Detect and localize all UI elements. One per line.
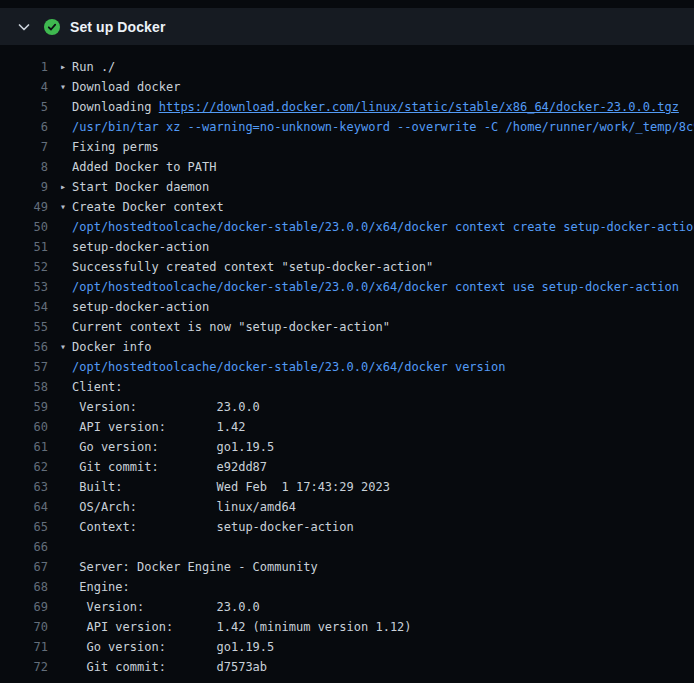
line-number[interactable]: 67 — [0, 557, 48, 577]
log-plain-text: Client: — [72, 380, 123, 394]
log-line[interactable]: 56▾Docker info — [0, 337, 694, 357]
arrow-spacer — [60, 657, 72, 677]
log-command-text: /opt/hostedtoolcache/docker-stable/23.0.… — [72, 220, 694, 234]
line-number[interactable]: 50 — [0, 217, 48, 237]
line-number[interactable]: 63 — [0, 477, 48, 497]
log-line: 54setup-docker-action — [0, 297, 694, 317]
arrow-spacer — [60, 417, 72, 437]
line-number[interactable]: 5 — [0, 97, 48, 117]
log-plain-text: Git commit: e92dd87 — [72, 460, 267, 474]
line-number[interactable]: 1 — [0, 57, 48, 77]
line-number[interactable]: 58 — [0, 377, 48, 397]
log-line: 70 API version: 1.42 (minimum version 1.… — [0, 617, 694, 637]
line-number[interactable]: 66 — [0, 537, 48, 557]
log-plain-text: setup-docker-action — [72, 300, 209, 314]
triangle-right-icon[interactable]: ▸ — [60, 177, 72, 197]
line-number[interactable]: 70 — [0, 617, 48, 637]
line-number[interactable]: 59 — [0, 397, 48, 417]
log-plain-text: Start Docker daemon — [72, 180, 209, 194]
log-text: Git commit: e92dd87 — [72, 457, 694, 477]
arrow-spacer — [60, 457, 72, 477]
line-number[interactable]: 60 — [0, 417, 48, 437]
arrow-spacer — [60, 397, 72, 417]
log-line: 63 Built: Wed Feb 1 17:43:29 2023 — [0, 477, 694, 497]
line-number[interactable]: 69 — [0, 597, 48, 617]
log-line: 68 Engine: — [0, 577, 694, 597]
log-text: OS/Arch: linux/amd64 — [72, 497, 694, 517]
log-line[interactable]: 1▸Run ./ — [0, 57, 694, 77]
line-number[interactable]: 56 — [0, 337, 48, 357]
line-number[interactable]: 8 — [0, 157, 48, 177]
line-number[interactable]: 7 — [0, 137, 48, 157]
log-link[interactable]: https://download.docker.com/linux/static… — [159, 100, 679, 114]
line-number[interactable]: 6 — [0, 117, 48, 137]
log-text: Context: setup-docker-action — [72, 517, 694, 537]
line-number[interactable]: 49 — [0, 197, 48, 217]
log-plain-text: Built: Wed Feb 1 17:43:29 2023 — [72, 480, 390, 494]
log-plain-text: API version: 1.42 — [72, 420, 245, 434]
triangle-down-icon[interactable]: ▾ — [60, 197, 72, 217]
log-text: setup-docker-action — [72, 297, 694, 317]
log-text: Server: Docker Engine - Community — [72, 557, 694, 577]
step-header[interactable]: Set up Docker — [0, 8, 694, 45]
arrow-spacer — [60, 537, 72, 557]
line-number[interactable]: 53 — [0, 277, 48, 297]
log-line: 62 Git commit: e92dd87 — [0, 457, 694, 477]
log-line: 7Fixing perms — [0, 137, 694, 157]
log-command-text: /opt/hostedtoolcache/docker-stable/23.0.… — [72, 360, 505, 374]
line-number[interactable]: 65 — [0, 517, 48, 537]
log-plain-text: Docker info — [72, 340, 151, 354]
log-line: 52Successfully created context "setup-do… — [0, 257, 694, 277]
log-plain-text: Engine: — [72, 580, 130, 594]
line-number[interactable]: 68 — [0, 577, 48, 597]
arrow-spacer — [60, 377, 72, 397]
log-text: setup-docker-action — [72, 237, 694, 257]
log-text: Version: 23.0.0 — [72, 597, 694, 617]
log-text: Fixing perms — [72, 137, 694, 157]
log-plain-text: Server: Docker Engine - Community — [72, 560, 318, 574]
log-plain-text: Current context is now "setup-docker-act… — [72, 320, 390, 334]
log-area: 1▸Run ./4▾Download docker5Downloading ht… — [0, 45, 694, 683]
arrow-spacer — [60, 637, 72, 657]
log-line: 60 API version: 1.42 — [0, 417, 694, 437]
log-text: /opt/hostedtoolcache/docker-stable/23.0.… — [72, 277, 694, 297]
line-number[interactable]: 54 — [0, 297, 48, 317]
line-number[interactable]: 51 — [0, 237, 48, 257]
line-number[interactable]: 64 — [0, 497, 48, 517]
log-plain-text: Fixing perms — [72, 140, 159, 154]
log-line: 6/usr/bin/tar xz --warning=no-unknown-ke… — [0, 117, 694, 137]
log-line[interactable]: 49▾Create Docker context — [0, 197, 694, 217]
log-text: Start Docker daemon — [72, 177, 694, 197]
log-text: Client: — [72, 377, 694, 397]
log-text: Go version: go1.19.5 — [72, 437, 694, 457]
log-plain-text: Run ./ — [72, 60, 115, 74]
log-plain-text: Downloading — [72, 100, 159, 114]
triangle-right-icon[interactable]: ▸ — [60, 57, 72, 77]
log-line[interactable]: 9▸Start Docker daemon — [0, 177, 694, 197]
line-number[interactable]: 72 — [0, 657, 48, 677]
log-line: 57/opt/hostedtoolcache/docker-stable/23.… — [0, 357, 694, 377]
arrow-spacer — [60, 157, 72, 177]
line-number[interactable]: 71 — [0, 637, 48, 657]
line-number[interactable]: 9 — [0, 177, 48, 197]
triangle-down-icon[interactable]: ▾ — [60, 337, 72, 357]
arrow-spacer — [60, 437, 72, 457]
arrow-spacer — [60, 237, 72, 257]
line-number[interactable]: 62 — [0, 457, 48, 477]
line-number[interactable]: 4 — [0, 77, 48, 97]
log-line[interactable]: 4▾Download docker — [0, 77, 694, 97]
line-number[interactable]: 61 — [0, 437, 48, 457]
line-number[interactable]: 57 — [0, 357, 48, 377]
chevron-down-icon[interactable] — [16, 19, 32, 35]
line-number[interactable]: 55 — [0, 317, 48, 337]
arrow-spacer — [60, 97, 72, 117]
log-line: 53/opt/hostedtoolcache/docker-stable/23.… — [0, 277, 694, 297]
triangle-down-icon[interactable]: ▾ — [60, 77, 72, 97]
arrow-spacer — [60, 357, 72, 377]
success-check-icon — [44, 19, 60, 35]
line-number[interactable]: 52 — [0, 257, 48, 277]
log-text: /usr/bin/tar xz --warning=no-unknown-key… — [72, 117, 694, 137]
log-plain-text: API version: 1.42 (minimum version 1.12) — [72, 620, 412, 634]
log-plain-text: Added Docker to PATH — [72, 160, 217, 174]
log-text: Built: Wed Feb 1 17:43:29 2023 — [72, 477, 694, 497]
